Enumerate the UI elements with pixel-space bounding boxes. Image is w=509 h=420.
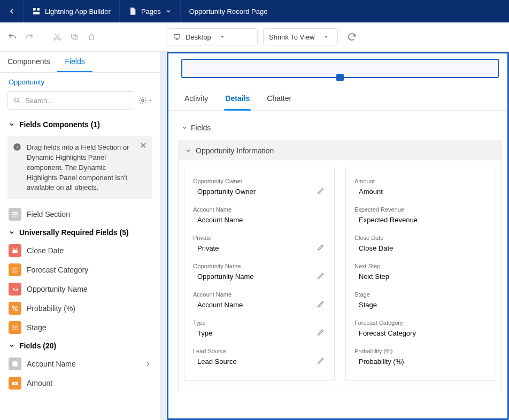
- detail-field[interactable]: Forecast CategoryForecast Category: [353, 316, 488, 345]
- search-placeholder: Search...: [25, 97, 53, 105]
- svg-rect-1: [37, 8, 40, 11]
- svg-point-34: [14, 383, 16, 384]
- detail-field[interactable]: AmountAmount: [353, 175, 488, 203]
- edit-button[interactable]: [317, 272, 325, 279]
- detail-field[interactable]: Opportunity NameOpportunity Name: [192, 260, 327, 288]
- redo-button[interactable]: [24, 31, 35, 43]
- detail-field[interactable]: Account NameAccount Name: [192, 288, 327, 316]
- edit-button[interactable]: [317, 329, 325, 336]
- field-opportunity-name[interactable]: AaOpportunity Name: [0, 279, 160, 299]
- resize-handle[interactable]: [336, 74, 344, 81]
- highlights-panel-placeholder[interactable]: [181, 59, 499, 78]
- copy-icon: [70, 33, 79, 41]
- field-value: Next Step: [354, 273, 487, 281]
- info-message: i Drag fields into a Field Section or Dy…: [7, 136, 152, 199]
- trash-icon: [87, 33, 96, 41]
- edit-button[interactable]: [317, 300, 325, 308]
- detail-field[interactable]: Next StepNext Step: [353, 260, 488, 288]
- fields-column-right: AmountAmountExpected RevenueExpected Rev…: [345, 167, 496, 381]
- page-title: Opportunity Record Page: [181, 0, 276, 22]
- opportunity-info-section: Opportunity Information Opportunity Owne…: [178, 141, 502, 392]
- tab-chatter[interactable]: Chatter: [266, 91, 292, 106]
- section-label: Universally Required Fields (5): [19, 228, 129, 237]
- chevron-down-icon: [9, 229, 15, 236]
- field-label: Next Step: [354, 263, 487, 269]
- field-forecast-category[interactable]: Forecast Category: [0, 260, 160, 279]
- tab-fields[interactable]: Fields: [57, 52, 92, 72]
- section-all-fields[interactable]: Fields (20): [0, 337, 160, 354]
- field-amount[interactable]: Amount: [0, 374, 160, 393]
- field-value: Close Date: [354, 244, 487, 252]
- field-label: Probability (%): [354, 348, 487, 354]
- svg-rect-6: [72, 34, 76, 38]
- tab-activity[interactable]: Activity: [183, 91, 209, 106]
- field-probability[interactable]: Probability (%): [0, 299, 160, 318]
- field-label: Stage: [27, 323, 47, 332]
- field-label: Close Date: [27, 246, 64, 255]
- field-label: Account Name: [193, 206, 326, 213]
- component-label: Field Section: [27, 210, 70, 219]
- detail-field[interactable]: StageStage: [353, 288, 488, 316]
- svg-rect-0: [33, 8, 36, 11]
- detail-field[interactable]: Lead SourceLead Source: [192, 345, 327, 373]
- svg-rect-20: [14, 270, 18, 270]
- gear-icon: [138, 96, 147, 105]
- search-input[interactable]: Search...: [7, 91, 134, 110]
- undo-button[interactable]: [6, 31, 18, 43]
- field-value: Expected Revenue: [354, 216, 487, 224]
- edit-button[interactable]: [317, 244, 325, 251]
- field-label: Opportunity Name: [27, 285, 88, 293]
- page-icon: [128, 7, 137, 15]
- delete-button[interactable]: [86, 31, 97, 43]
- detail-field[interactable]: Close DateClose Date: [353, 231, 488, 260]
- refresh-button[interactable]: [343, 28, 360, 45]
- tab-details[interactable]: Details: [224, 91, 251, 106]
- record-page-preview[interactable]: Activity Details Chatter Fields Opportun…: [167, 52, 509, 420]
- field-label: Forecast Category: [27, 266, 88, 274]
- arrow-left-icon: [7, 7, 16, 15]
- field-label: Probability (%): [27, 304, 75, 313]
- detail-field[interactable]: TypeType: [192, 316, 327, 345]
- field-value: Amount: [354, 188, 487, 196]
- nav-pages[interactable]: Pages: [120, 0, 181, 22]
- detail-field[interactable]: PrivatePrivate: [192, 231, 327, 260]
- svg-rect-12: [12, 212, 18, 213]
- field-label: Type: [193, 320, 326, 326]
- device-select[interactable]: Desktop: [167, 28, 258, 45]
- currency-icon: [9, 377, 21, 390]
- fields-column-left: Opportunity OwnerOpportunity OwnerAccoun…: [184, 167, 335, 381]
- opp-info-header[interactable]: Opportunity Information: [179, 141, 502, 160]
- detail-field[interactable]: Expected RevenueExpected Revenue: [353, 203, 488, 231]
- dismiss-info[interactable]: [140, 142, 147, 149]
- svg-point-17: [12, 268, 13, 269]
- field-account-name[interactable]: Account Name: [0, 354, 160, 374]
- sidebar-settings[interactable]: [138, 96, 152, 105]
- desktop-icon: [173, 33, 181, 41]
- fields-collapsible[interactable]: Fields: [178, 120, 502, 135]
- detail-field[interactable]: Opportunity OwnerOpportunity Owner: [192, 175, 327, 203]
- cut-button[interactable]: [51, 31, 63, 43]
- field-stage[interactable]: Stage: [0, 318, 160, 337]
- copy-button[interactable]: [68, 31, 80, 43]
- edit-button[interactable]: [317, 187, 325, 195]
- tab-components[interactable]: Components: [0, 52, 57, 72]
- component-field-section[interactable]: Field Section: [0, 205, 160, 224]
- section-required-fields[interactable]: Universally Required Fields (5): [0, 224, 160, 241]
- svg-point-26: [12, 325, 13, 326]
- detail-field[interactable]: Probability (%)Probability (%): [353, 345, 488, 373]
- field-value: Forecast Category: [354, 329, 487, 337]
- back-button[interactable]: [0, 0, 24, 22]
- breadcrumb-link[interactable]: Opportunity: [9, 78, 44, 86]
- zoom-select[interactable]: Shrink To View: [263, 28, 338, 45]
- field-label: Close Date: [354, 235, 487, 241]
- section-fields-components[interactable]: Fields Components (1): [0, 116, 160, 133]
- field-close-date[interactable]: Close Date: [0, 241, 160, 260]
- top-nav: Lightning App Builder Pages Opportunity …: [0, 0, 509, 22]
- chevron-right-icon: [145, 361, 151, 367]
- fields-head-label: Fields: [191, 123, 211, 132]
- caret-down-icon: [220, 34, 225, 40]
- svg-point-19: [12, 270, 13, 271]
- detail-field[interactable]: Account NameAccount Name: [192, 203, 327, 231]
- edit-button[interactable]: [317, 357, 325, 364]
- nav-app-builder[interactable]: Lightning App Builder: [24, 0, 120, 22]
